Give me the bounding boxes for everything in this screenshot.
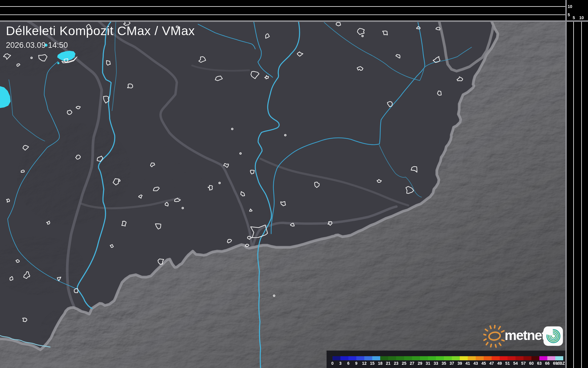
colorbar-tick: 21 xyxy=(386,361,391,366)
top-axis-label-10: 10 xyxy=(568,4,572,9)
colorbar-cell xyxy=(476,356,484,360)
colorbar-tick: 37 xyxy=(449,361,454,366)
colorbar-tick: 57 xyxy=(521,361,526,366)
colorbar-cell xyxy=(420,356,428,360)
colorbar-cell xyxy=(388,356,396,360)
colorbar-tick: 60 xyxy=(529,361,534,366)
colorbar-cell xyxy=(396,356,404,360)
colorbar-cells xyxy=(332,356,563,360)
spiral-app-icon xyxy=(543,326,563,346)
colorbar-tick: 54 xyxy=(513,361,518,366)
colorbar-cell xyxy=(364,356,372,360)
hillshade-texture xyxy=(0,21,566,368)
colorbar-unit: dBZ xyxy=(557,361,565,366)
colorbar-tick: 39 xyxy=(457,361,462,366)
colorbar-cell xyxy=(484,356,492,360)
colorbar-cell xyxy=(444,356,452,360)
colorbar-cell xyxy=(332,356,340,360)
colorbar-cell xyxy=(508,356,515,360)
dbz-colorbar: 0369121518212325272931333537394143454749… xyxy=(327,351,565,368)
colorbar-tick: 43 xyxy=(473,361,478,366)
metnet-logo[interactable]: metnet xyxy=(483,323,566,349)
colorbar-cell xyxy=(460,356,468,360)
colorbar-tick: 9 xyxy=(355,361,358,366)
profile-gridline-5km-v xyxy=(573,22,574,368)
colorbar-cell xyxy=(436,356,444,360)
colorbar-cell xyxy=(412,356,420,360)
colorbar-tick: 27 xyxy=(410,361,414,366)
right-height-profile-panel xyxy=(567,0,588,368)
colorbar-tick: 33 xyxy=(434,361,438,366)
right-axis-label-10: 10 xyxy=(578,15,585,20)
colorbar-cell xyxy=(380,356,388,360)
colorbar-tick: 29 xyxy=(418,361,422,366)
colorbar-tick: 63 xyxy=(537,361,542,366)
colorbar-cell xyxy=(547,356,555,360)
colorbar-tick: 12 xyxy=(362,361,367,366)
colorbar-cell xyxy=(372,356,380,360)
colorbar-cell xyxy=(539,356,547,360)
profile-gridline-5km xyxy=(0,14,565,15)
colorbar-cell xyxy=(500,356,508,360)
panel-divider-vertical xyxy=(565,0,567,368)
profile-gridline-10km-v xyxy=(581,22,582,368)
colorbar-tick: 51 xyxy=(505,361,510,366)
colorbar-cell xyxy=(348,356,356,360)
colorbar-tick: 45 xyxy=(481,361,486,366)
right-axis-label-5: 5 xyxy=(571,15,576,20)
colorbar-tick: 23 xyxy=(394,361,398,366)
profile-gridline-10km xyxy=(0,6,565,7)
colorbar-tick: 15 xyxy=(370,361,375,366)
colorbar-cell xyxy=(468,356,476,360)
radar-viewer: 10 5 5 10 Délkeleti Kompozit CMax / VMax… xyxy=(0,0,588,368)
colorbar-tick: 49 xyxy=(497,361,502,366)
logo-text: metnet xyxy=(505,327,546,343)
sun-icon xyxy=(483,323,505,349)
panel-divider-horizontal xyxy=(0,20,588,22)
colorbar-cell xyxy=(428,356,436,360)
colorbar-tick: 25 xyxy=(402,361,406,366)
map-canvas xyxy=(0,21,566,368)
colorbar-cell xyxy=(340,356,348,360)
colorbar-tick: 31 xyxy=(426,361,430,366)
colorbar-tick: 3 xyxy=(339,361,342,366)
colorbar-tick: 6 xyxy=(347,361,350,366)
colorbar-tick: 41 xyxy=(465,361,470,366)
colorbar-tick: 0 xyxy=(331,361,334,366)
colorbar-tick: 66 xyxy=(545,361,550,366)
top-axis-label-5: 5 xyxy=(568,12,570,17)
colorbar-tick: 47 xyxy=(489,361,494,366)
colorbar-cell xyxy=(452,356,460,360)
colorbar-cell xyxy=(515,356,523,360)
colorbar-cell xyxy=(523,356,531,360)
colorbar-cell xyxy=(531,356,539,360)
colorbar-cell xyxy=(555,356,563,360)
colorbar-tick: 18 xyxy=(378,361,383,366)
top-height-profile-panel xyxy=(0,0,565,21)
colorbar-cell xyxy=(356,356,364,360)
colorbar-cell xyxy=(492,356,500,360)
colorbar-cell xyxy=(404,356,412,360)
colorbar-tick: 35 xyxy=(442,361,446,366)
